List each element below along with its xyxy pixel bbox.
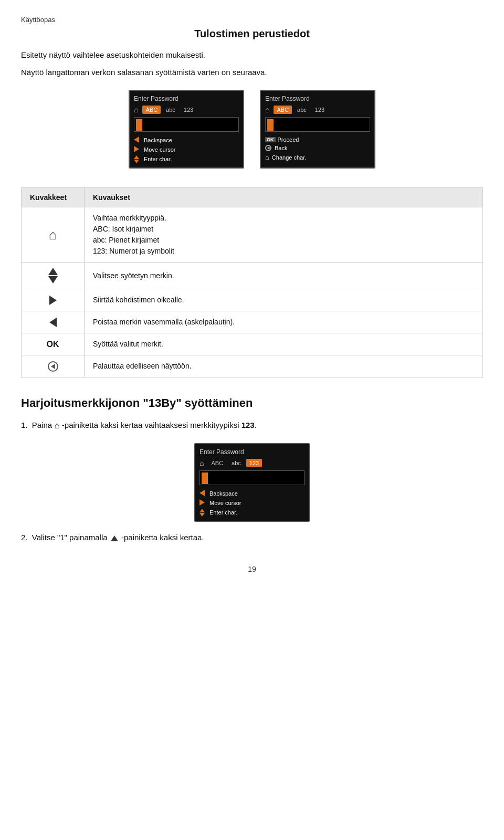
table-row: Poistaa merkin vasemmalla (askelpalautin… [22,311,483,333]
desc-cell-2: Valitsee syötetyn merkin. [85,262,483,289]
screen2-tab-abc-lower[interactable]: abc [294,106,310,114]
screen1-tab-123[interactable]: 123 [181,106,196,114]
screen-mockup-1: Enter Password ⌂ ABC abc 123 Backspace M… [129,90,244,169]
screen3-title: Enter Password [200,448,304,456]
screen3-tab-123[interactable]: 123 [246,459,262,467]
desc-cell-4: Poistaa merkin vasemmalla (askelpalautin… [85,311,483,333]
screen-mockup-3: Enter Password ⌂ ABC abc 123 Backspace M… [194,443,310,522]
icon-cell-left [22,311,85,333]
screen1-menu-enter: Enter char. [134,155,239,163]
screen2-tab-abc[interactable]: ABC [274,106,292,114]
screen1-tab-abc-lower[interactable]: abc [163,106,178,114]
back-circle-icon-s2 [265,145,271,151]
screen2-title: Enter Password [265,95,370,102]
screen1-tabs: ⌂ ABC abc 123 [134,106,239,114]
step2-text: 2. Valitse "1" painamalla -painiketta ka… [21,531,483,544]
table-row: Siirtää kohdistimen oikealle. [22,289,483,311]
exercise-heading: Harjoitusmerkkijonon "13By" syöttäminen [21,396,483,410]
screen3-tab-abc-lower[interactable]: abc [228,459,244,467]
screen2-menu-change: ⌂ Change char. [265,153,370,162]
screen-mockup-2: Enter Password ⌂ ABC abc 123 OK Proceed … [260,90,375,169]
house-icon-s3: ⌂ [200,459,204,467]
screen2-input [265,117,370,132]
screen3-menu-backspace: Backspace [200,489,304,498]
screen3-tabs: ⌂ ABC abc 123 [200,459,304,467]
screen1-menu-backspace: Backspace [134,136,239,144]
screen2-menu-proceed: OK Proceed [265,136,370,143]
desc-cell-6: Palauttaa edelliseen näyttöön. [85,355,483,377]
screen3-cursor [202,472,208,484]
house-icon-big: ⌂ [30,227,76,243]
screen-center: Enter Password ⌂ ABC abc 123 Backspace M… [21,443,483,522]
house-icon-s1: ⌂ [134,106,138,114]
icon-cell-house: ⌂ [22,207,85,262]
tri-left-icon-s3 [200,490,207,497]
tri-right-icon-s3 [200,499,207,507]
screen2-tabs: ⌂ ABC abc 123 [265,106,370,114]
step1-text: 1. Paina ⌂ -painiketta kaksi kertaa vaih… [21,418,483,433]
screen2-cursor [267,119,274,131]
house-icon-s2: ⌂ [265,106,269,114]
tri-up-down-icon-s1 [134,155,141,163]
house-icon-s2-menu: ⌂ [265,153,269,161]
header-label: Käyttöopas [21,16,55,24]
screen3-menu: Backspace Move cursor Enter char. [200,489,304,517]
table-row: Palauttaa edelliseen näyttöön. [22,355,483,377]
desc-cell-1: Vaihtaa merkkityyppiä. ABC: Isot kirjaim… [85,207,483,262]
screen1-menu: Backspace Move cursor Enter char. [134,136,239,163]
screen3-input [200,470,304,485]
desc-cell-3: Siirtää kohdistimen oikealle. [85,289,483,311]
table-col1-header: Kuvakkeet [22,188,85,207]
icon-cell-back [22,355,85,377]
screen2-tab-123[interactable]: 123 [312,106,328,114]
ok-icon-s2: OK [265,137,276,142]
page-header: Käyttöopas [21,16,483,24]
screen2-menu: OK Proceed Back ⌂ Change char. [265,136,370,162]
page-number: 19 [21,565,483,573]
screen1-cursor [136,119,142,131]
tri-left-icon-s1 [134,136,141,144]
desc-cell-5: Syöttää valitut merkit. [85,333,483,355]
table-row: ⌂ Vaihtaa merkkityyppiä. ABC: Isot kirja… [22,207,483,262]
tri-right-icon-s1 [134,146,141,153]
screen1-menu-move: Move cursor [134,145,239,154]
tri-right-icon-big [30,296,76,305]
ok-icon-big: OK [30,340,76,349]
screen3-menu-enter: Enter char. [200,508,304,517]
intro-text-2: Näyttö langattoman verkon salasanan syöt… [21,67,483,79]
tri-up-down-icon-s3 [200,509,207,516]
screen3-tab-abc[interactable]: ABC [208,459,226,467]
screen1-input [134,117,239,132]
screen3-menu-move: Move cursor [200,499,304,507]
screen1-tab-abc[interactable]: ABC [142,106,161,114]
tri-left-icon-big [30,318,76,327]
icon-cell-ok: OK [22,333,85,355]
house-icon-step1: ⌂ [54,421,59,430]
section-title: Tulostimen perustiedot [21,28,483,40]
table-row: OK Syöttää valitut merkit. [22,333,483,355]
intro-text-1: Esitetty näyttö vaihtelee asetuskohteide… [21,49,483,61]
screen2-menu-back: Back [265,144,370,152]
screens-row: Enter Password ⌂ ABC abc 123 Backspace M… [21,90,483,169]
table-row: Valitsee syötetyn merkin. [22,262,483,289]
icon-cell-right [22,289,85,311]
table-col2-header: Kuvaukset [85,188,483,207]
icon-cell-up-down [22,262,85,289]
icon-table: Kuvakkeet Kuvaukset ⌂ Vaihtaa merkkityyp… [21,187,483,377]
tri-up-down-icon-big [30,268,76,284]
screen1-title: Enter Password [134,95,239,102]
back-circle-icon-big [30,361,76,372]
tri-up-icon-step2 [111,536,118,541]
